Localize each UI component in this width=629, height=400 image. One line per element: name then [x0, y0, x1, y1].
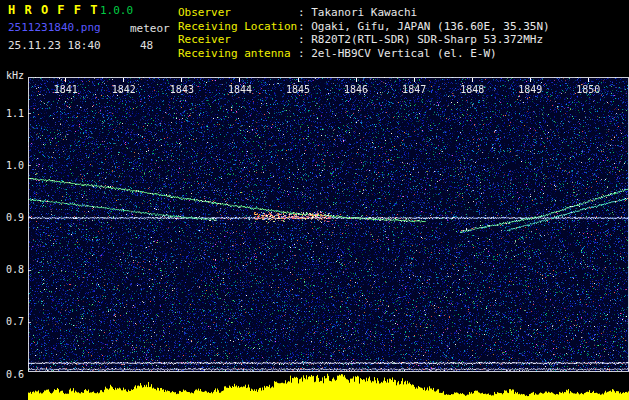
info-separator: : — [298, 20, 311, 33]
datetime-label: 25.11.23 18:40 — [8, 39, 101, 52]
info-row: Receiving antenna: 2el-HB9CV Vertical (e… — [178, 47, 550, 61]
freq-tick-label: 0.7 — [0, 316, 24, 328]
info-separator: : — [298, 33, 311, 46]
spectrogram-canvas — [28, 77, 629, 372]
hrofft-screenshot: H R O F F T 1.0.0 2511231840.png meteor … — [0, 0, 629, 400]
info-label: Observer — [178, 6, 298, 20]
station-info: Observer: Takanori KawachiReceiving Loca… — [178, 6, 550, 60]
info-label: Receiving antenna — [178, 47, 298, 61]
freq-tick-label: 0.8 — [0, 264, 24, 276]
freq-unit-label: kHz — [0, 70, 24, 81]
output-filename: 2511231840.png — [8, 21, 101, 34]
info-label: Receiving Location — [178, 20, 298, 34]
info-label: Receiver — [178, 33, 298, 47]
freq-tick-label: 1.1 — [0, 108, 24, 120]
info-value: Takanori Kawachi — [311, 6, 417, 19]
info-row: Receiver: R820T2(RTL-SDR) SDR-Sharp 53.3… — [178, 33, 550, 47]
freq-tick-label: 0.9 — [0, 212, 24, 224]
freq-tick-label: 0.6 — [0, 369, 24, 381]
info-row: Observer: Takanori Kawachi — [178, 6, 550, 20]
info-value: Ogaki, Gifu, JAPAN (136.60E, 35.35N) — [311, 20, 549, 33]
info-value: 2el-HB9CV Vertical (el. E-W) — [311, 47, 496, 60]
signal-level-canvas — [28, 373, 629, 400]
app-version: 1.0.0 — [100, 4, 133, 17]
app-title: H R O F F T — [8, 3, 98, 17]
echo-count: 48 — [140, 39, 153, 52]
info-separator: : — [298, 6, 311, 19]
info-value: R820T2(RTL-SDR) SDR-Sharp 53.372MHz — [311, 33, 543, 46]
info-separator: : — [298, 47, 311, 60]
info-row: Receiving Location: Ogaki, Gifu, JAPAN (… — [178, 20, 550, 34]
freq-tick-label: 1.0 — [0, 160, 24, 172]
mode-label: meteor — [130, 22, 170, 35]
